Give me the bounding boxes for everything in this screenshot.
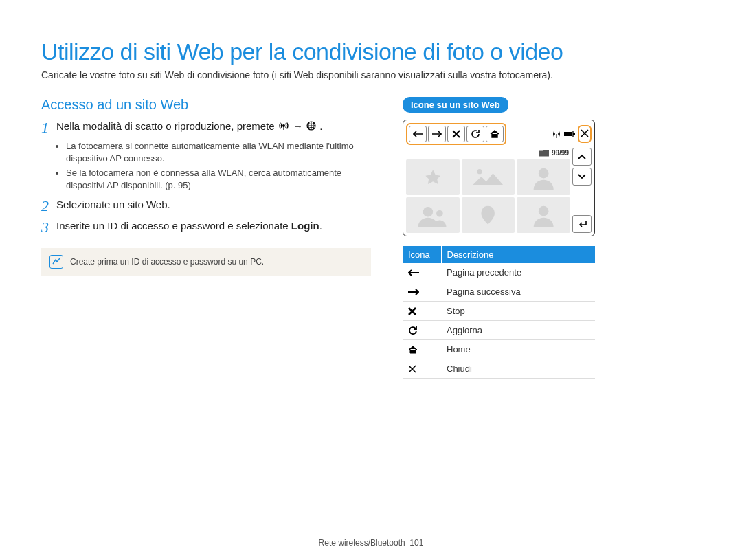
home-button[interactable] xyxy=(486,126,504,142)
svg-rect-4 xyxy=(564,132,572,136)
home-icon xyxy=(408,346,436,354)
thumbnail[interactable] xyxy=(462,159,515,195)
step-end: . xyxy=(319,120,322,132)
note-text: Create prima un ID di accesso e password… xyxy=(70,257,264,267)
scroll-up-button[interactable] xyxy=(572,148,592,166)
page-footer: Rete wireless/Bluetooth 101 xyxy=(0,538,742,548)
table-desc: Pagina successiva xyxy=(441,282,595,302)
folder-icon xyxy=(539,150,549,157)
table-header-icon: Icona xyxy=(403,246,441,263)
forward-button[interactable] xyxy=(428,126,446,142)
scroll-down-button[interactable] xyxy=(572,168,592,186)
thumbnail[interactable] xyxy=(406,159,460,195)
step-1-bullets: La fotocamera si connette automaticament… xyxy=(56,140,371,191)
two-column-layout: Accesso ad un sito Web 1 Nella modalità … xyxy=(41,97,701,379)
table-row: Aggiorna xyxy=(403,321,595,340)
left-column: Accesso ad un sito Web 1 Nella modalità … xyxy=(41,97,371,379)
step-1: 1 Nella modalità di scatto o riproduzion… xyxy=(41,120,371,136)
step-end: . xyxy=(319,220,322,232)
step-body: Nella modalità di scatto o riproduzione,… xyxy=(56,120,323,134)
return-button[interactable] xyxy=(572,215,592,233)
step-3: 3 Inserite un ID di accesso e password e… xyxy=(41,219,371,236)
step-number: 1 xyxy=(41,120,56,136)
left-heading: Accesso ad un sito Web xyxy=(41,97,371,113)
step-text-a: Nella modalità di scatto o riproduzione,… xyxy=(56,120,278,132)
table-row: Pagina successiva xyxy=(403,282,595,302)
step-bold: Login xyxy=(291,220,319,232)
table-row: Pagina precedente xyxy=(403,263,595,282)
icon-description-table: Icona Descrizione Pagina precedente xyxy=(403,246,595,379)
step-text-a: Inserite un ID di accesso e password e s… xyxy=(56,220,291,232)
photo-counter: 99/99 xyxy=(552,149,569,157)
table-desc: Aggiorna xyxy=(441,321,595,340)
table-desc: Stop xyxy=(441,302,595,321)
camera-body: 99/99 xyxy=(406,148,592,233)
camera-toolbar xyxy=(406,123,506,145)
table-row: Stop xyxy=(403,302,595,321)
camera-browser-illustration: 99/99 xyxy=(403,120,595,236)
thumbnail[interactable] xyxy=(462,197,515,233)
svg-point-6 xyxy=(477,169,482,174)
step-body: Selezionate un sito Web. xyxy=(56,198,170,212)
note-icon xyxy=(49,255,63,269)
thumbnail[interactable] xyxy=(406,197,460,233)
step-number: 2 xyxy=(41,198,56,214)
camera-top-bar xyxy=(406,123,592,145)
svg-rect-1 xyxy=(283,126,284,130)
table-header-desc: Descrizione xyxy=(441,246,595,263)
step-sep: → xyxy=(293,120,306,132)
step-body: Inserite un ID di accesso e password e s… xyxy=(56,219,322,233)
table-desc: Chiudi xyxy=(441,359,595,379)
svg-point-10 xyxy=(539,206,549,216)
step-1-bullet-2: Se la fotocamera non è connessa alla WLA… xyxy=(66,167,371,191)
svg-point-8 xyxy=(423,207,433,217)
right-pill: Icone su un sito Web xyxy=(403,97,508,113)
stop-button[interactable] xyxy=(447,126,465,142)
refresh-button[interactable] xyxy=(466,126,484,142)
footer-page-no: 101 xyxy=(409,538,423,548)
manual-page: Utilizzo di siti Web per la condivisione… xyxy=(0,0,742,560)
svg-point-7 xyxy=(539,168,549,179)
arrow-left-icon xyxy=(408,269,436,276)
svg-rect-5 xyxy=(573,133,575,135)
step-number: 3 xyxy=(41,219,56,236)
step-2: 2 Selezionate un sito Web. xyxy=(41,198,371,214)
right-column: Icone su un sito Web xyxy=(398,97,701,379)
globe-icon xyxy=(306,120,316,134)
close-button[interactable] xyxy=(581,128,589,140)
page-title: Utilizzo di siti Web per la condivisione… xyxy=(41,38,701,65)
x-bold-icon xyxy=(408,307,436,315)
antenna-icon xyxy=(278,120,289,134)
refresh-icon xyxy=(408,326,436,335)
thumbnail[interactable] xyxy=(517,197,570,233)
status-icons xyxy=(508,130,576,138)
camera-side-buttons xyxy=(572,148,592,233)
intro-text: Caricate le vostre foto su siti Web di c… xyxy=(41,69,701,80)
close-button-highlight xyxy=(578,125,592,143)
table-row: Chiudi xyxy=(403,359,595,379)
footer-section: Rete wireless/Bluetooth xyxy=(319,538,405,548)
back-button[interactable] xyxy=(409,126,427,142)
svg-point-9 xyxy=(436,210,443,217)
thumbnail[interactable] xyxy=(517,159,570,195)
note-box: Create prima un ID di accesso e password… xyxy=(41,248,371,276)
battery-icon xyxy=(563,131,575,137)
arrow-right-icon xyxy=(408,289,436,295)
wifi-signal-icon xyxy=(553,130,560,138)
x-thin-icon xyxy=(408,365,436,373)
step-1-bullet-1: La fotocamera si connette automaticament… xyxy=(66,140,371,164)
camera-meta-row: 99/99 xyxy=(406,148,570,159)
table-row: Home xyxy=(403,340,595,359)
thumbnail-grid xyxy=(406,159,570,233)
table-desc: Pagina precedente xyxy=(441,263,595,282)
table-desc: Home xyxy=(441,340,595,359)
camera-grid-wrap: 99/99 xyxy=(406,148,570,233)
